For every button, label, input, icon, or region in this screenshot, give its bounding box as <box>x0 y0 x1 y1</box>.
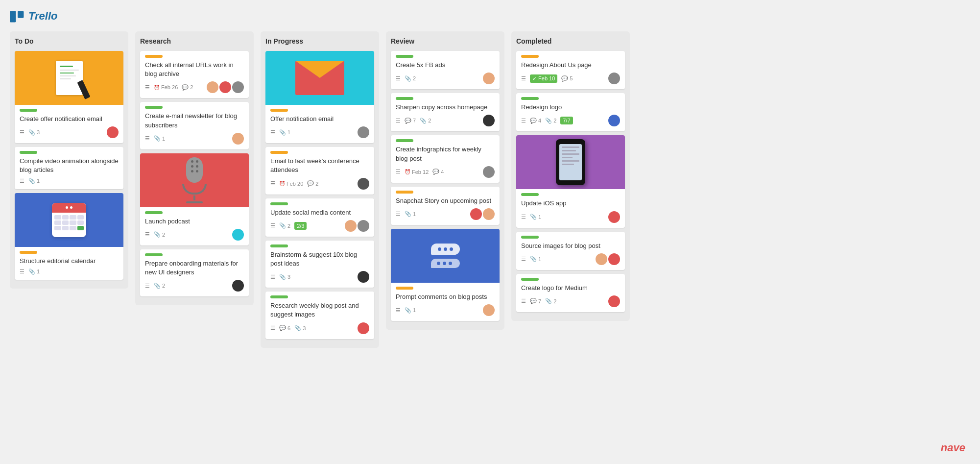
card[interactable]: Structure editorial calendar ☰📎1 <box>15 193 123 280</box>
avatars <box>608 73 620 84</box>
card-meta: ☰📎22/3 <box>270 220 369 232</box>
avatars <box>596 253 620 265</box>
card[interactable]: Offer notification email ☰📎1 <box>265 51 374 143</box>
svg-rect-0 <box>10 11 16 22</box>
attachments-meta: 📎2 <box>545 298 556 304</box>
list-icon: ☰ <box>521 298 526 304</box>
card[interactable]: Launch podcast ☰📎2 <box>140 153 249 245</box>
comments-meta: 💬6 <box>279 325 290 331</box>
avatar <box>358 271 369 283</box>
card-title: Prompt comments on blog posts <box>396 293 495 301</box>
avatars <box>232 133 244 145</box>
card-meta: ☰📎3 <box>20 126 119 138</box>
card-label <box>396 55 413 58</box>
list-icon: ☰ <box>145 84 150 91</box>
card[interactable]: Research weekly blog post and suggest im… <box>265 292 374 339</box>
card-label <box>270 109 288 112</box>
list-icon: ☰ <box>396 211 401 217</box>
card[interactable]: Create e-mail newsletter for blog subscr… <box>140 102 249 149</box>
list-icon: ☰ <box>145 283 150 289</box>
checklist-badge: 2/3 <box>294 222 307 230</box>
avatar <box>608 253 620 265</box>
card-meta: ☰⏰Feb 20💬2 <box>270 178 369 190</box>
avatars <box>345 220 369 232</box>
list-icon: ☰ <box>145 231 150 238</box>
card[interactable]: Create offer notification email ☰📎3 <box>15 51 123 143</box>
card-title: Structure editorial calendar <box>20 257 119 266</box>
card[interactable]: Create logo for Medium ☰💬7📎2 <box>516 274 625 312</box>
card-image <box>516 135 625 189</box>
list-icon: ☰ <box>20 129 24 136</box>
card-body: Update iOS app ☰📎1 <box>516 189 625 227</box>
card-body: Sharpen copy across homepage ☰💬7📎2 <box>391 93 500 131</box>
avatar <box>232 229 244 241</box>
card-meta: ☰💬7📎2 <box>396 115 495 126</box>
avatars <box>608 211 620 223</box>
card-title: Update iOS app <box>521 199 620 208</box>
card[interactable]: Redesign logo ☰💬4📎27/7 <box>516 93 625 131</box>
card[interactable]: Compile video animation alongside blog a… <box>15 147 123 189</box>
avatars <box>358 322 369 334</box>
app-header: Trello <box>10 10 970 23</box>
card[interactable]: Brainstorm & suggest 10x blog post ideas… <box>265 241 374 288</box>
card[interactable]: Sharpen copy across homepage ☰💬7📎2 <box>391 93 500 131</box>
list-icon: ☰ <box>145 135 150 142</box>
avatar <box>596 253 607 265</box>
avatar <box>608 115 620 126</box>
avatars <box>207 81 244 93</box>
trello-logo[interactable]: Trello <box>10 10 58 23</box>
card-label <box>20 109 37 112</box>
card-body: Research weekly blog post and suggest im… <box>265 292 374 339</box>
card-body: Prompt comments on blog posts ☰📎1 <box>391 283 500 321</box>
card-label <box>20 151 37 154</box>
card[interactable]: Prepare onboarding materials for new UI … <box>140 249 249 296</box>
list-icon: ☰ <box>396 169 401 175</box>
card[interactable]: Check all internal URLs work in blog arc… <box>140 51 249 98</box>
column-header: To Do <box>15 36 123 46</box>
card[interactable]: Redesign About Us page ☰✓ Feb 10💬5 <box>516 51 625 89</box>
card-title: Brainstorm & suggest 10x blog post ideas <box>270 250 369 268</box>
avatars <box>358 126 369 138</box>
card-label <box>521 278 539 281</box>
list-icon: ☰ <box>270 274 275 280</box>
card[interactable]: Email to last week's conference attendee… <box>265 147 374 194</box>
card-image <box>391 229 500 283</box>
card-body: Brainstorm & suggest 10x blog post ideas… <box>265 241 374 288</box>
card-title: Email to last week's conference attendee… <box>270 157 369 174</box>
board: To Do Create offer notification email ☰📎 <box>10 31 970 348</box>
card[interactable]: Source images for blog post ☰📎1 <box>516 232 625 270</box>
avatar <box>483 304 495 316</box>
card[interactable]: Prompt comments on blog posts ☰📎1 <box>391 229 500 321</box>
column-research: Research Check all internal URLs work in… <box>135 31 254 305</box>
column-header: In Progress <box>265 36 374 46</box>
card-label <box>145 211 163 214</box>
card-meta: ☰📎1 <box>20 178 119 184</box>
avatars <box>107 126 119 138</box>
card-title: Snapchat Story on upcoming post <box>396 196 495 205</box>
list-icon: ☰ <box>270 222 275 229</box>
card-body: Create e-mail newsletter for blog subscr… <box>140 102 249 149</box>
comments-meta: 💬4 <box>530 118 541 124</box>
card-title: Offer notification email <box>270 115 369 123</box>
card[interactable]: Update social media content ☰📎22/3 <box>265 198 374 237</box>
avatar <box>107 126 119 138</box>
attachments-meta: 📎2 <box>154 231 165 238</box>
card[interactable]: Create infographics for weekly blog post… <box>391 135 500 182</box>
card-label <box>145 106 163 109</box>
card-label <box>20 251 37 254</box>
card-title: Create e-mail newsletter for blog subscr… <box>145 112 244 129</box>
card-body: Redesign About Us page ☰✓ Feb 10💬5 <box>516 51 625 89</box>
avatar <box>219 81 231 93</box>
card-body: Offer notification email ☰📎1 <box>265 105 374 143</box>
card-title: Create offer notification email <box>20 115 119 123</box>
card-body: Create 5x FB ads ☰📎2 <box>391 51 500 89</box>
card[interactable]: Create 5x FB ads ☰📎2 <box>391 51 500 89</box>
card-title: Create 5x FB ads <box>396 61 495 70</box>
list-icon: ☰ <box>521 118 526 124</box>
card[interactable]: Snapchat Story on upcoming post ☰📎1 <box>391 187 500 225</box>
card-meta: ☰📎1 <box>396 208 495 220</box>
card-title: Prepare onboarding materials for new UI … <box>145 259 244 277</box>
card-label <box>396 191 413 194</box>
card[interactable]: Update iOS app ☰📎1 <box>516 135 625 227</box>
avatar <box>232 133 244 145</box>
